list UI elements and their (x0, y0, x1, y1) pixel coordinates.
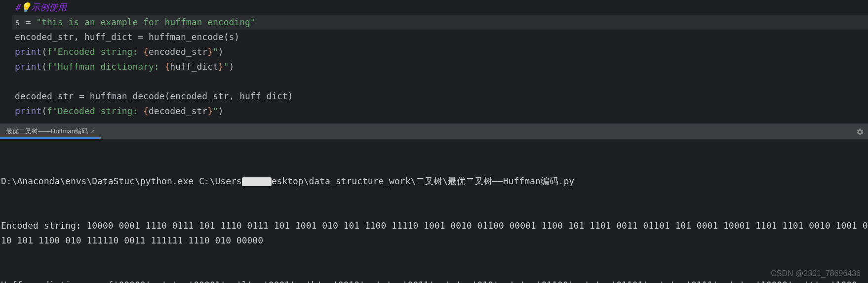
close-icon[interactable]: × (91, 127, 95, 135)
fstr-end: " (213, 106, 218, 116)
f-prefix: f (47, 61, 52, 72)
string-literal: "this is an example for huffman encoding… (36, 17, 255, 27)
paren-open: ( (41, 46, 47, 57)
paren-open: ( (41, 106, 47, 116)
code-line-2[interactable]: s = "this is an example for huffman enco… (12, 15, 868, 30)
code-line-7[interactable]: decoded_str = huffman_decode(encoded_str… (12, 89, 868, 104)
comment-text: 示例使用 (31, 2, 67, 12)
terminal-output[interactable]: D:\Anaconda\envs\DataStuc\python.exe C:\… (0, 139, 868, 283)
masked-username (242, 177, 272, 186)
brace-open: { (164, 61, 170, 72)
assign-op: = (20, 17, 37, 27)
brace-close: } (218, 61, 224, 72)
cmd-part2: esktop\data_structure_work\二叉树\最优二叉树——Hu… (272, 176, 574, 186)
f-prefix: f (47, 46, 52, 57)
fstr-end: " (224, 61, 229, 72)
code-line-blank[interactable] (12, 74, 868, 89)
terminal-tab-active[interactable]: 最优二叉树——Huffman编码 × (0, 125, 101, 139)
f-prefix: f (47, 106, 52, 116)
fstr-end: " (213, 46, 218, 57)
paren-open: ( (41, 61, 47, 72)
code-line-4[interactable]: print(f"Encoded string: {encoded_str}") (12, 44, 868, 59)
fstr-var: huff_dict (170, 61, 218, 72)
terminal-tab-bar: 最优二叉树——Huffman编码 × (0, 125, 868, 139)
terminal-command-line: D:\Anaconda\envs\DataStuc\python.exe C:\… (0, 174, 868, 189)
brace-close: } (207, 106, 213, 116)
fstr-literal: "Encoded string: (52, 46, 143, 57)
print-builtin: print (15, 106, 41, 116)
paren-close: ) (218, 106, 224, 116)
code-editor[interactable]: #💡示例使用 s = "this is an example for huffm… (0, 0, 868, 123)
var-s: s (15, 17, 20, 27)
brace-open: { (143, 46, 149, 57)
lightbulb-icon: 💡 (20, 0, 31, 15)
encode-call: encoded_str, huff_dict = huffman_encode(… (15, 32, 239, 42)
fstr-literal: "Huffman dictionary: (52, 61, 165, 72)
comment-hash: # (15, 2, 20, 12)
brace-open: { (143, 106, 149, 116)
watermark-text: CSDN @2301_78696436 (771, 269, 861, 278)
fstr-literal: "Decoded string: (52, 106, 143, 116)
code-line-3[interactable]: encoded_str, huff_dict = huffman_encode(… (12, 30, 868, 44)
paren-close: ) (229, 61, 235, 72)
cmd-part1: D:\Anaconda\envs\DataStuc\python.exe C:\… (1, 176, 242, 186)
output-dict: Huffman dictionary: {'00000': 'g', '0000… (0, 278, 868, 283)
gear-icon[interactable] (856, 127, 864, 138)
output-encoded: Encoded string: 10000 0001 1110 0111 101… (0, 218, 868, 248)
paren-close: ) (218, 46, 224, 57)
terminal-tab-title: 最优二叉树——Huffman编码 (6, 127, 88, 136)
brace-close: } (207, 46, 213, 57)
decode-call: decoded_str = huffman_decode(encoded_str… (15, 91, 293, 101)
code-line-8[interactable]: print(f"Decoded string: {decoded_str}") (12, 104, 868, 119)
code-line-comment[interactable]: #💡示例使用 (12, 0, 868, 15)
fstr-var: encoded_str (149, 46, 207, 57)
code-line-5[interactable]: print(f"Huffman dictionary: {huff_dict}"… (12, 59, 868, 74)
print-builtin: print (15, 61, 41, 72)
print-builtin: print (15, 46, 41, 57)
fstr-var: decoded_str (149, 106, 207, 116)
